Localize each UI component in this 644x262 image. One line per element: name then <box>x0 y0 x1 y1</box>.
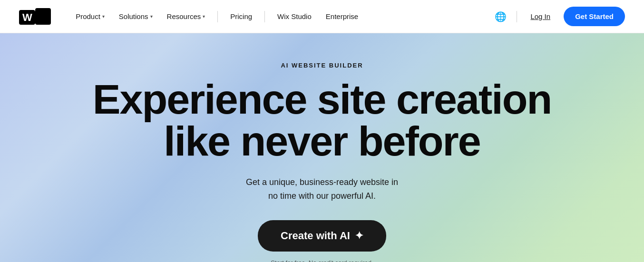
nav-item-product[interactable]: Product ▾ <box>70 9 110 24</box>
hero-subtitle-line2: no time with our powerful AI. <box>268 191 376 201</box>
hero-title-line1: Experience site creation <box>93 76 551 123</box>
nav-pricing-label: Pricing <box>230 12 252 20</box>
hero-section: AI WEBSITE BUILDER Experience site creat… <box>0 33 644 262</box>
nav-item-resources[interactable]: Resources ▾ <box>161 9 211 24</box>
nav-item-pricing[interactable]: Pricing <box>224 9 258 24</box>
nav-product-label: Product <box>76 12 100 20</box>
nav-resources-label: Resources <box>167 12 201 20</box>
hero-title: Experience site creation like never befo… <box>93 78 551 162</box>
wix-logo[interactable]: Wix <box>19 9 51 24</box>
chevron-down-icon: ▾ <box>150 14 153 19</box>
sparkle-icon: ✦ <box>355 230 363 242</box>
chevron-down-icon: ▾ <box>203 14 205 19</box>
get-started-button[interactable]: Get Started <box>564 7 625 26</box>
hero-eyebrow: AI WEBSITE BUILDER <box>281 62 363 69</box>
nav-item-enterprise[interactable]: Enterprise <box>320 9 364 24</box>
nav-enterprise-label: Enterprise <box>326 12 358 20</box>
nav-divider <box>217 11 218 22</box>
login-button[interactable]: Log In <box>525 9 556 24</box>
hero-subtitle: Get a unique, business-ready website in … <box>246 175 398 203</box>
globe-icon: 🌐 <box>495 11 507 22</box>
hero-disclaimer: Start for free. No credit card required. <box>271 259 373 262</box>
nav-wixstudio-label: Wix Studio <box>277 12 312 20</box>
nav-right-divider <box>517 11 517 22</box>
cta-label: Create with AI <box>281 230 350 242</box>
nav-item-solutions[interactable]: Solutions ▾ <box>113 9 158 24</box>
nav-links: Product ▾ Solutions ▾ Resources ▾ Pricin… <box>70 9 492 24</box>
nav-right: 🌐 Log In Get Started <box>492 7 625 26</box>
language-selector-button[interactable]: 🌐 <box>492 8 509 25</box>
nav-item-wix-studio[interactable]: Wix Studio <box>272 9 317 24</box>
create-with-ai-button[interactable]: Create with AI ✦ <box>258 220 386 252</box>
nav-divider-2 <box>264 11 265 22</box>
hero-subtitle-line1: Get a unique, business-ready website in <box>246 177 398 187</box>
navbar: Wix Product ▾ Solutions ▾ Resources ▾ Pr… <box>0 0 644 33</box>
nav-solutions-label: Solutions <box>119 12 148 20</box>
chevron-down-icon: ▾ <box>102 14 105 19</box>
hero-title-line2: like never before <box>164 117 480 165</box>
